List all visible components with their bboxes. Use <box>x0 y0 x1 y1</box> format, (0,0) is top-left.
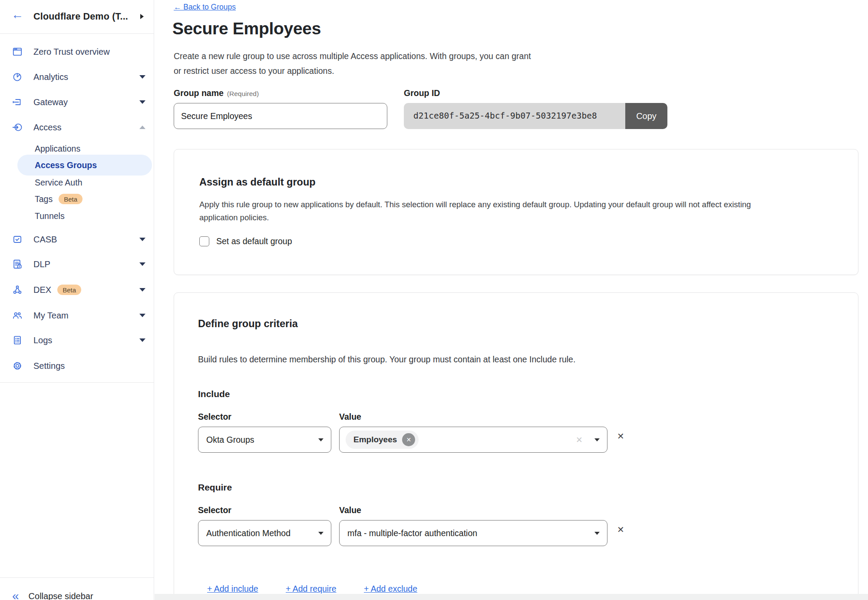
require-selector-dropdown[interactable]: Authentication Method <box>198 520 331 546</box>
require-heading: Require <box>198 482 232 493</box>
chevron-up-icon <box>139 126 145 129</box>
remove-include-rule-icon[interactable]: ✕ <box>617 431 624 441</box>
double-chevron-left-icon: « <box>12 590 19 600</box>
value-tag: Employees ✕ <box>346 431 419 449</box>
sidebar-item-analytics[interactable]: Analytics <box>0 67 154 86</box>
sidebar-item-gateway[interactable]: Gateway <box>0 93 154 112</box>
account-expand-icon[interactable] <box>140 14 144 19</box>
include-value-multiselect[interactable]: Employees ✕ ✕ <box>339 427 607 453</box>
selected-option: mfa - multiple-factor authentication <box>347 528 477 538</box>
log-list-icon <box>12 335 23 346</box>
collapse-sidebar-button[interactable]: « Collapse sidebar <box>0 587 154 600</box>
sidebar-item-access[interactable]: Access <box>0 118 154 137</box>
card-description: Apply this rule group to new application… <box>199 198 825 224</box>
document-lock-icon <box>12 259 23 270</box>
page-description-line: or restrict user access to your applicat… <box>174 63 531 78</box>
chevron-down-icon <box>139 75 145 79</box>
selected-option: Authentication Method <box>206 528 290 538</box>
sidebar-item-label: DEX <box>33 285 51 295</box>
beta-badge: Beta <box>59 194 83 204</box>
chevron-down-icon <box>139 314 145 317</box>
sidebar-item-tags[interactable]: Tags Beta <box>0 189 154 209</box>
sidebar-item-dlp[interactable]: DLP <box>0 255 154 274</box>
page-title: Secure Employees <box>172 19 321 38</box>
include-value-label: Value <box>339 412 361 422</box>
checkbox-unchecked[interactable] <box>199 236 209 246</box>
page-description-line: Create a new rule group to use across mu… <box>174 49 531 63</box>
main-content: ← Back to Groups Secure Employees Create… <box>154 0 868 600</box>
chevron-down-icon <box>139 238 145 241</box>
beta-badge: Beta <box>57 285 81 295</box>
checkbox-label: Set as default group <box>216 236 292 246</box>
casb-check-icon <box>12 234 23 245</box>
sidebar-item-label: Logs <box>33 335 52 345</box>
chevron-down-icon <box>318 532 323 535</box>
account-name[interactable]: Cloudflare Demo (T... <box>33 11 128 22</box>
chevron-down-icon <box>139 338 145 342</box>
chevron-down-icon <box>594 438 600 441</box>
cloudflare-zero-trust-access-group-page: { "sidebar": { "back_icon": "←", "accoun… <box>0 0 868 600</box>
chevron-down-icon <box>318 438 323 441</box>
sidebar-item-label: Gateway <box>33 97 68 107</box>
required-note: (Required) <box>227 90 259 97</box>
page-description: Create a new rule group to use across mu… <box>174 49 531 78</box>
remove-require-rule-icon[interactable]: ✕ <box>617 524 624 535</box>
back-to-groups-link[interactable]: ← Back to Groups <box>174 3 236 12</box>
sidebar: ← Cloudflare Demo (T... Zero Trust overv… <box>0 0 154 600</box>
sidebar-item-dex[interactable]: DEX Beta <box>0 280 154 299</box>
require-value-label: Value <box>339 505 361 515</box>
include-selector-label: Selector <box>198 412 231 422</box>
add-exclude-link[interactable]: + Add exclude <box>364 584 417 594</box>
sidebar-item-casb[interactable]: CASB <box>0 230 154 249</box>
sidebar-item-label: Access Groups <box>35 160 97 170</box>
sidebar-item-settings[interactable]: Settings <box>0 356 154 375</box>
gateway-icon <box>12 96 23 108</box>
collapse-sidebar-label: Collapse sidebar <box>29 591 93 600</box>
value-tag-label: Employees <box>353 435 397 444</box>
include-selector-dropdown[interactable]: Okta Groups <box>198 427 331 453</box>
sidebar-item-label: Analytics <box>33 72 68 82</box>
pie-chart-icon <box>12 71 23 83</box>
remove-tag-icon[interactable]: ✕ <box>402 433 415 446</box>
sidebar-header: ← Cloudflare Demo (T... <box>0 0 154 34</box>
add-require-link[interactable]: + Add require <box>286 584 337 594</box>
sticky-footer-edge <box>155 594 868 600</box>
sidebar-item-access-groups[interactable]: Access Groups <box>17 155 152 176</box>
group-name-input[interactable] <box>174 103 387 129</box>
group-id-value: d21ce80f-5a25-4bcf-9b07-5032197e3be8 <box>404 103 625 129</box>
access-login-icon <box>12 122 23 133</box>
chevron-down-icon <box>139 262 145 266</box>
sidebar-item-label: Service Auth <box>35 178 82 188</box>
add-include-link[interactable]: + Add include <box>207 584 258 594</box>
group-name-label: Group name(Required) <box>174 88 259 98</box>
sidebar-item-my-team[interactable]: My Team <box>0 306 154 325</box>
sidebar-footer-divider <box>0 577 154 578</box>
set-default-group-checkbox-row[interactable]: Set as default group <box>199 236 292 246</box>
sidebar-item-label: My Team <box>33 311 69 321</box>
sidebar-item-label: CASB <box>33 235 57 245</box>
copy-button[interactable]: Copy <box>625 103 667 129</box>
network-nodes-icon <box>12 284 23 295</box>
sidebar-item-label: Tunnels <box>35 211 65 221</box>
sidebar-item-label: Access <box>33 123 61 133</box>
include-heading: Include <box>198 389 230 399</box>
sidebar-item-label: DLP <box>33 259 50 269</box>
chevron-down-icon <box>139 288 145 292</box>
sidebar-item-logs[interactable]: Logs <box>0 331 154 350</box>
card-title: Assign as default group <box>199 176 316 188</box>
back-arrow-icon[interactable]: ← <box>11 9 23 21</box>
clear-values-icon[interactable]: ✕ <box>576 435 583 445</box>
gear-icon <box>12 360 23 371</box>
window-icon <box>12 46 23 57</box>
chevron-down-icon <box>139 100 145 104</box>
sidebar-item-tunnels[interactable]: Tunnels <box>0 206 154 225</box>
require-value-dropdown[interactable]: mfa - multiple-factor authentication <box>339 520 607 546</box>
chevron-down-icon <box>594 532 600 535</box>
sidebar-item-label: Zero Trust overview <box>33 47 110 57</box>
selected-option: Okta Groups <box>206 435 254 445</box>
sidebar-item-zero-trust-overview[interactable]: Zero Trust overview <box>0 42 154 61</box>
sidebar-divider <box>0 382 154 383</box>
people-icon <box>12 310 23 321</box>
require-selector-label: Selector <box>198 505 231 515</box>
card-description: Build rules to determine membership of t… <box>198 353 575 366</box>
